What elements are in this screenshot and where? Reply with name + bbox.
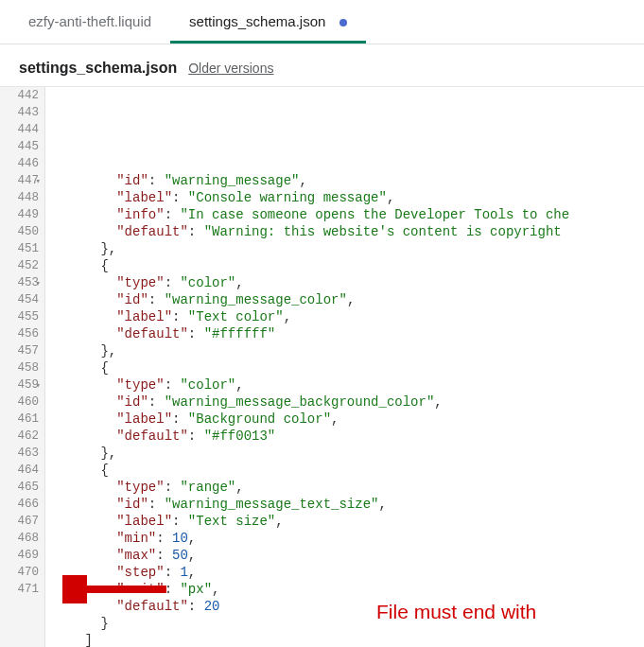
code-line[interactable]: { xyxy=(53,257,644,274)
line-number: 467 xyxy=(4,513,39,530)
fold-toggle-icon[interactable]: ▾ xyxy=(36,377,41,394)
line-number: 448 xyxy=(4,189,39,206)
line-number: 460 xyxy=(4,393,39,411)
code-line[interactable]: } xyxy=(53,615,644,632)
line-number: 447▾ xyxy=(4,172,39,189)
line-number: 443 xyxy=(4,104,39,121)
line-number: 464 xyxy=(4,462,39,479)
tab-ezfy-anti-theft[interactable]: ezfy-anti-theft.liquid xyxy=(9,0,170,44)
fold-toggle-icon[interactable]: ▾ xyxy=(36,275,41,292)
line-number: 445 xyxy=(4,138,39,155)
code-line[interactable]: "label": "Text size", xyxy=(53,513,644,530)
line-number: 454 xyxy=(4,291,39,308)
tab-label: ezfy-anti-theft.liquid xyxy=(28,13,151,29)
file-header: settings_schema.json Older versions xyxy=(0,44,644,86)
code-line[interactable]: "label": "Console warning message", xyxy=(53,189,644,206)
code-line[interactable]: "unit": "px", xyxy=(53,581,644,598)
code-editor[interactable]: 442443444445446447▾448449450451452453▾45… xyxy=(0,86,644,647)
line-number: 466 xyxy=(4,496,39,513)
code-line[interactable]: { xyxy=(53,359,644,376)
code-line[interactable]: "label": "Background color", xyxy=(53,411,644,428)
line-number: 446 xyxy=(4,155,39,172)
line-number: 455 xyxy=(4,308,39,325)
code-line[interactable]: { xyxy=(53,462,644,479)
code-line[interactable]: }, xyxy=(53,240,644,257)
line-number: 451 xyxy=(4,240,39,257)
line-number: 457 xyxy=(4,342,39,359)
code-line[interactable]: "label": "Text color", xyxy=(53,308,644,325)
line-number: 465 xyxy=(4,479,39,496)
line-number: 469 xyxy=(4,547,39,564)
code-line[interactable]: "id": "warning_message_text_size", xyxy=(53,496,644,513)
code-line[interactable]: "default": "Warning: this website's cont… xyxy=(53,223,644,240)
file-title: settings_schema.json xyxy=(19,60,177,77)
code-line[interactable]: "type": "range", xyxy=(53,479,644,496)
code-line[interactable]: "type": "color", xyxy=(53,376,644,393)
line-number: 442 xyxy=(4,87,39,104)
code-line[interactable]: }, xyxy=(53,445,644,462)
code-line[interactable]: "id": "warning_message_color", xyxy=(53,291,644,308)
code-line[interactable]: "id": "warning_message", xyxy=(53,172,644,189)
line-number: 463 xyxy=(4,445,39,462)
code-line[interactable]: "step": 1, xyxy=(53,564,644,581)
tab-bar: ezfy-anti-theft.liquid settings_schema.j… xyxy=(0,0,644,44)
code-line[interactable]: "default": "#ffffff" xyxy=(53,325,644,342)
line-number: 462 xyxy=(4,428,39,445)
code-line[interactable]: }, xyxy=(53,342,644,359)
fold-toggle-icon[interactable]: ▾ xyxy=(36,173,41,190)
code-area[interactable]: File must end with the ] character "id":… xyxy=(45,87,644,647)
line-number: 449 xyxy=(4,206,39,223)
older-versions-link[interactable]: Older versions xyxy=(188,61,273,76)
tab-settings-schema[interactable]: settings_schema.json xyxy=(170,0,365,44)
code-line[interactable]: "type": "color", xyxy=(53,274,644,291)
line-number: 459▾ xyxy=(4,376,39,393)
line-number: 450 xyxy=(4,223,39,240)
tab-label: settings_schema.json xyxy=(189,13,325,29)
line-number-gutter: 442443444445446447▾448449450451452453▾45… xyxy=(0,87,45,647)
code-line[interactable]: "id": "warning_message_background_color"… xyxy=(53,393,644,411)
line-number: 453▾ xyxy=(4,274,39,291)
line-number: 456 xyxy=(4,325,39,342)
line-number: 458 xyxy=(4,359,39,376)
dirty-indicator-icon xyxy=(339,19,347,26)
line-number: 461 xyxy=(4,411,39,428)
code-line[interactable]: "default": "#ff0013" xyxy=(53,428,644,445)
code-line[interactable]: ] xyxy=(53,632,644,647)
line-number: 471 xyxy=(4,581,39,598)
code-line[interactable]: "default": 20 xyxy=(53,598,644,615)
line-number: 452 xyxy=(4,257,39,274)
code-line[interactable]: "max": 50, xyxy=(53,547,644,564)
line-number: 444 xyxy=(4,121,39,138)
code-line[interactable]: "min": 10, xyxy=(53,530,644,547)
code-line[interactable]: "info": "In case someone opens the Devel… xyxy=(53,206,644,223)
line-number: 468 xyxy=(4,530,39,547)
line-number: 470 xyxy=(4,564,39,581)
